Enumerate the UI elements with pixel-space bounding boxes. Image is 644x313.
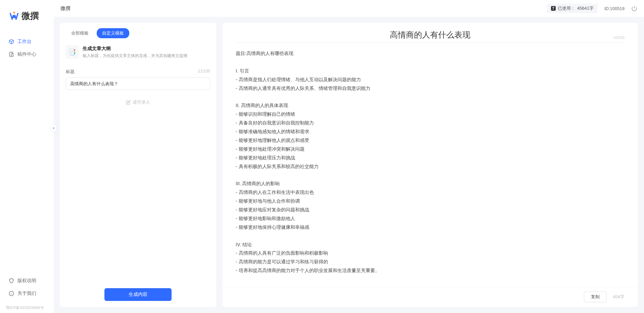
empty-prompt: 请空录入 [66, 99, 210, 105]
icp-footer: 鄂ICP备2022016946号 [0, 303, 54, 313]
text-icon: T [551, 6, 556, 11]
template-card[interactable]: 📑 生成文章大纲 输入标题，为你提供文章主体的灵感，并为其创建推文提纲 [60, 42, 216, 63]
nav-about[interactable]: 关于我们 [3, 287, 51, 300]
output-title-counter: 10/100 [613, 36, 625, 40]
left-panel-footer: 生成内容 [60, 282, 216, 307]
nav-copyright[interactable]: 版权说明 [3, 274, 51, 287]
user-id: ID:100519 [604, 6, 625, 11]
copy-button[interactable]: 复制 [584, 292, 607, 302]
logo-text: 微撰 [21, 10, 39, 22]
content: 全部模板 自定义模板 📑 生成文章大纲 输入标题，为你提供文章主体的灵感，并为其… [54, 17, 644, 313]
title-counter: 11/100 [198, 69, 210, 75]
output-header: 高情商的人有什么表现 10/100 [236, 23, 625, 43]
nav-item-label: 版权说明 [17, 278, 36, 284]
document-icon [9, 52, 14, 57]
app-logo: 微撰 [0, 0, 54, 35]
chevron-left-icon [52, 126, 55, 130]
tab-custom-templates[interactable]: 自定义模板 [97, 28, 129, 38]
nav-item-label: 工作台 [17, 39, 32, 45]
left-panel: 全部模板 自定义模板 📑 生成文章大纲 输入标题，为你提供文章主体的灵感，并为其… [60, 23, 216, 307]
logo-icon [9, 11, 19, 21]
template-desc: 输入标题，为你提供文章主体的灵感，并为其创建推文提纲 [83, 53, 210, 59]
title-input[interactable] [66, 77, 210, 90]
nav-item-label: 稿件中心 [17, 51, 36, 57]
power-icon[interactable] [631, 5, 637, 11]
usage-value: 45641字 [577, 5, 594, 11]
form-body: 标题 11/100 请空录入 [60, 63, 216, 282]
nav-drafts[interactable]: 稿件中心 [3, 48, 51, 61]
sidebar: 微撰 工作台 稿件中心 版权说明 关于我们 鄂ICP备2022016946号 [0, 0, 54, 313]
nav-item-label: 关于我们 [17, 291, 36, 297]
output-panel: 高情商的人有什么表现 10/100 题目:高情商的人有哪些表现 I. 引言 - … [222, 23, 638, 307]
template-tabs: 全部模板 自定义模板 [60, 23, 216, 42]
nav-menu: 工作台 稿件中心 [0, 35, 54, 272]
page-title: 微撰 [60, 5, 71, 12]
info-icon [9, 291, 14, 296]
shield-icon [9, 278, 14, 283]
nav-workbench[interactable]: 工作台 [3, 35, 51, 48]
sidebar-bottom: 版权说明 关于我们 [0, 272, 54, 303]
topbar: 微撰 T 已使用： 45641字 ID:100519 [54, 0, 644, 17]
title-label: 标题 [66, 69, 75, 75]
cube-icon [9, 39, 14, 44]
title-label-row: 标题 11/100 [66, 69, 210, 75]
topbar-right: T 已使用： 45641字 ID:100519 [547, 4, 637, 13]
output-title[interactable]: 高情商的人有什么表现 [249, 30, 611, 40]
output-footer: 复制 404字 [222, 286, 638, 307]
usage-label: 已使用： [558, 5, 575, 11]
generate-button[interactable]: 生成内容 [104, 288, 172, 301]
main: 微撰 T 已使用： 45641字 ID:100519 全部模板 自定义模板 [54, 0, 644, 313]
usage-badge[interactable]: T 已使用： 45641字 [547, 4, 598, 13]
template-icon: 📑 [66, 46, 79, 58]
output-body[interactable]: 题目:高情商的人有哪些表现 I. 引言 - 高情商是指人们处理情绪、与他人互动以… [222, 43, 638, 286]
edit-icon [126, 100, 131, 105]
tab-all-templates[interactable]: 全部模板 [66, 28, 94, 38]
char-count: 404字 [613, 294, 625, 300]
sidebar-collapse-handle[interactable] [51, 125, 56, 132]
template-title: 生成文章大纲 [83, 46, 210, 52]
